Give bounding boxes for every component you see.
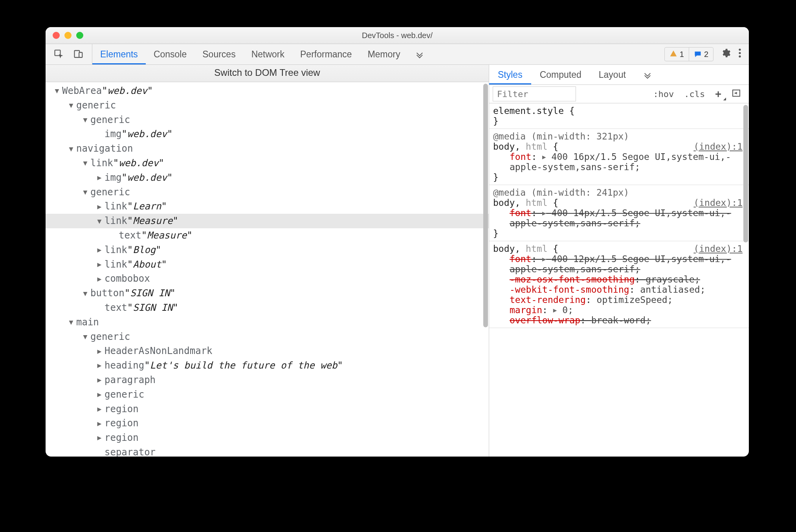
style-rule[interactable]: @media (min-width: 321px)body, html {(in…	[489, 129, 749, 185]
rules-scrollbar-thumb[interactable]	[743, 105, 748, 242]
tree-scrollbar[interactable]	[483, 84, 488, 455]
disclosure-triangle-icon[interactable]: ▼	[80, 187, 90, 197]
disclosure-triangle-icon[interactable]: ▶	[94, 389, 105, 400]
disclosure-triangle-icon[interactable]: ▶	[94, 172, 105, 183]
tree-row[interactable]: ▼generic	[46, 98, 489, 113]
disclosure-triangle-icon[interactable]: ▼	[80, 115, 90, 125]
tree-row[interactable]: ▼generic	[46, 113, 489, 127]
tab-memory[interactable]: Memory	[360, 44, 408, 64]
tab-sources[interactable]: Sources	[194, 44, 243, 64]
rule-selector[interactable]: body, html {(index):1	[493, 141, 743, 152]
tree-row[interactable]: ▶link "Blog"	[46, 243, 489, 257]
declaration[interactable]: font: ▶ 400 14px/1.5 Segoe UI,system-ui,…	[493, 208, 743, 228]
tree-row[interactable]: ▶img "web.dev"	[46, 171, 489, 185]
new-style-rule-button[interactable]: +◢	[711, 88, 725, 100]
tree-role: region	[105, 402, 139, 416]
rule-selector[interactable]: body, html {(index):1	[493, 198, 743, 208]
disclosure-triangle-icon[interactable]: ▼	[80, 332, 90, 342]
tree-row[interactable]: text "SIGN IN"	[46, 301, 489, 315]
tab-styles[interactable]: Styles	[489, 65, 531, 84]
tree-role: link	[105, 214, 127, 228]
tree-row[interactable]: ▶heading "Let's build the future of the …	[46, 358, 489, 373]
toggle-classes-button[interactable]: .cls	[680, 89, 709, 99]
inspect-element-icon[interactable]	[53, 49, 64, 60]
tree-row[interactable]: ▼generic	[46, 185, 489, 200]
tab-console[interactable]: Console	[146, 44, 194, 64]
tree-row[interactable]: ▶paragraph	[46, 373, 489, 387]
style-rule[interactable]: @media (min-width: 241px)body, html {(in…	[489, 185, 749, 241]
tree-row[interactable]: ▼main	[46, 315, 489, 330]
declaration[interactable]: -moz-osx-font-smoothing: grayscale;	[493, 274, 743, 284]
disclosure-triangle-icon[interactable]: ▶	[94, 404, 105, 414]
tree-row[interactable]: ▶region	[46, 416, 489, 431]
tree-row[interactable]: ▼link "web.dev"	[46, 156, 489, 171]
device-toolbar-icon[interactable]	[73, 49, 84, 60]
disclosure-triangle-icon[interactable]: ▶	[94, 259, 105, 270]
tree-row[interactable]: ▶generic	[46, 387, 489, 402]
tabs-overflow-icon[interactable]	[408, 44, 431, 64]
rules-scrollbar[interactable]	[743, 105, 748, 455]
style-rule[interactable]: body, html {(index):1font: ▶ 400 12px/1.…	[489, 241, 749, 328]
tree-row[interactable]: ▶region	[46, 431, 489, 445]
declaration[interactable]: text-rendering: optimizeSpeed;	[493, 295, 743, 305]
declaration[interactable]: margin: ▶ 0;	[493, 305, 743, 315]
rule-element-style[interactable]: element.style {}	[489, 103, 749, 129]
disclosure-triangle-icon[interactable]: ▼	[94, 216, 105, 226]
tab-performance[interactable]: Performance	[292, 44, 360, 64]
tree-row[interactable]: ▶link "About"	[46, 257, 489, 272]
disclosure-triangle-icon[interactable]: ▶	[94, 346, 105, 356]
declaration[interactable]: font: ▶ 400 16px/1.5 Segoe UI,system-ui,…	[493, 152, 743, 172]
declaration[interactable]: overflow-wrap: break-word;	[493, 315, 743, 325]
disclosure-triangle-icon[interactable]: ▶	[94, 375, 105, 385]
toggle-hover-button[interactable]: :hov	[649, 89, 678, 99]
rule-source-link[interactable]: (index):1	[693, 244, 743, 254]
declaration[interactable]: -webkit-font-smoothing: antialiased;	[493, 284, 743, 295]
switch-to-dom-tree-button[interactable]: Switch to DOM Tree view	[46, 65, 489, 82]
tree-row[interactable]: ▶combobox	[46, 272, 489, 286]
tree-row[interactable]: ▼navigation	[46, 141, 489, 156]
tab-network[interactable]: Network	[244, 44, 292, 64]
declaration[interactable]: font: ▶ 400 12px/1.5 Segoe UI,system-ui,…	[493, 254, 743, 274]
tree-name: web.dev	[127, 171, 167, 185]
disclosure-triangle-icon[interactable]: ▼	[66, 144, 76, 154]
tree-scrollbar-thumb[interactable]	[483, 84, 488, 327]
sidebar-tabs-overflow-icon[interactable]	[635, 65, 660, 84]
tree-row[interactable]: img "web.dev"	[46, 127, 489, 141]
disclosure-triangle-icon[interactable]: ▼	[80, 288, 90, 299]
disclosure-triangle-icon[interactable]: ▶	[94, 418, 105, 429]
disclosure-triangle-icon[interactable]: ▼	[80, 158, 90, 168]
tree-row[interactable]: ▶region	[46, 402, 489, 416]
disclosure-triangle-icon[interactable]: ▶	[94, 274, 105, 284]
warnings-badge[interactable]: 1	[665, 48, 689, 61]
disclosure-triangle-icon[interactable]: ▼	[52, 86, 62, 96]
disclosure-triangle-icon[interactable]: ▼	[66, 317, 76, 327]
style-rules[interactable]: element.style {}@media (min-width: 321px…	[489, 103, 749, 457]
tree-row[interactable]: ▶HeaderAsNonLandmark	[46, 344, 489, 358]
more-options-icon[interactable]	[738, 48, 742, 61]
tree-row[interactable]: text "Measure"	[46, 228, 489, 243]
accessibility-tree[interactable]: ▼WebArea "web.dev"▼generic▼genericimg "w…	[46, 82, 489, 457]
tab-elements[interactable]: Elements	[92, 44, 146, 64]
tree-row[interactable]: ▼button "SIGN IN"	[46, 286, 489, 301]
messages-badge[interactable]: 2	[689, 48, 713, 61]
tree-row[interactable]: separator	[46, 445, 489, 457]
tree-row[interactable]: ▼generic	[46, 330, 489, 344]
styles-filter-input[interactable]	[493, 87, 576, 101]
rule-source-link[interactable]: (index):1	[693, 141, 743, 152]
disclosure-triangle-icon[interactable]: ▶	[94, 202, 105, 212]
toggle-computed-sidebar-icon[interactable]	[728, 88, 745, 100]
settings-icon[interactable]	[721, 48, 731, 61]
tab-layout[interactable]: Layout	[590, 65, 635, 84]
disclosure-triangle-icon[interactable]: ▶	[94, 360, 105, 371]
panel-tabs: Elements Console Sources Network Perform…	[92, 44, 431, 64]
disclosure-triangle-icon[interactable]: ▶	[94, 433, 105, 443]
tree-row[interactable]: ▼WebArea "web.dev"	[46, 84, 489, 98]
tree-row[interactable]: ▼link "Measure"	[46, 214, 489, 228]
disclosure-triangle-icon[interactable]: ▶	[94, 245, 105, 255]
rule-source-link[interactable]: (index):1	[693, 198, 743, 208]
disclosure-triangle-icon[interactable]: ▼	[66, 100, 76, 110]
issue-badges[interactable]: 1 2	[664, 47, 713, 61]
rule-selector[interactable]: body, html {(index):1	[493, 244, 743, 254]
tree-row[interactable]: ▶link "Learn"	[46, 199, 489, 214]
tab-computed[interactable]: Computed	[531, 65, 590, 84]
